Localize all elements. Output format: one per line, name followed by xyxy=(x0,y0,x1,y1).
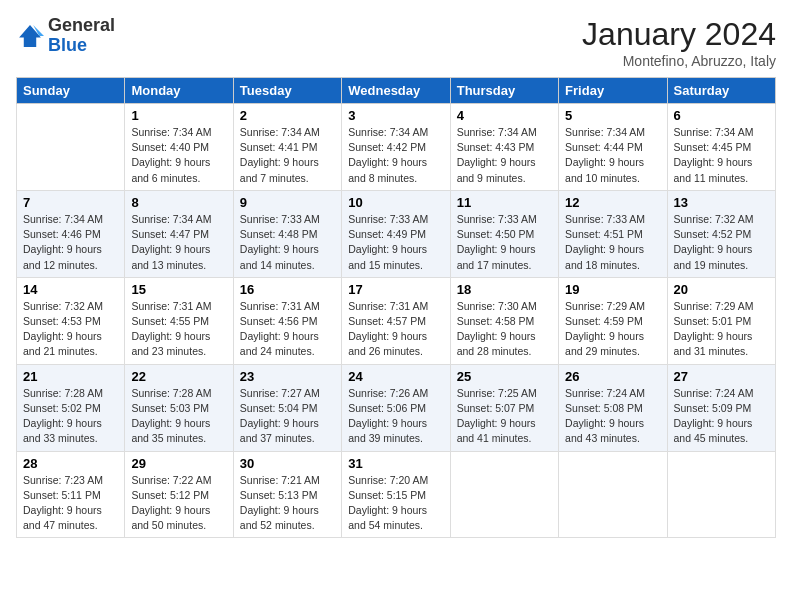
day-number: 26 xyxy=(565,369,660,384)
month-title: January 2024 xyxy=(582,16,776,53)
day-number: 23 xyxy=(240,369,335,384)
day-number: 16 xyxy=(240,282,335,297)
day-info: Sunrise: 7:34 AM Sunset: 4:46 PM Dayligh… xyxy=(23,212,118,273)
day-number: 17 xyxy=(348,282,443,297)
calendar-cell xyxy=(559,451,667,538)
calendar-cell: 3Sunrise: 7:34 AM Sunset: 4:42 PM Daylig… xyxy=(342,104,450,191)
calendar-cell: 2Sunrise: 7:34 AM Sunset: 4:41 PM Daylig… xyxy=(233,104,341,191)
day-info: Sunrise: 7:25 AM Sunset: 5:07 PM Dayligh… xyxy=(457,386,552,447)
day-info: Sunrise: 7:33 AM Sunset: 4:51 PM Dayligh… xyxy=(565,212,660,273)
calendar-cell xyxy=(17,104,125,191)
page-header: General Blue January 2024 Montefino, Abr… xyxy=(16,16,776,69)
logo: General Blue xyxy=(16,16,115,56)
header-row: SundayMondayTuesdayWednesdayThursdayFrid… xyxy=(17,78,776,104)
title-block: January 2024 Montefino, Abruzzo, Italy xyxy=(582,16,776,69)
svg-marker-0 xyxy=(19,25,41,47)
day-number: 24 xyxy=(348,369,443,384)
day-info: Sunrise: 7:34 AM Sunset: 4:42 PM Dayligh… xyxy=(348,125,443,186)
calendar-cell: 10Sunrise: 7:33 AM Sunset: 4:49 PM Dayli… xyxy=(342,190,450,277)
day-info: Sunrise: 7:30 AM Sunset: 4:58 PM Dayligh… xyxy=(457,299,552,360)
week-row-3: 14Sunrise: 7:32 AM Sunset: 4:53 PM Dayli… xyxy=(17,277,776,364)
calendar-cell: 25Sunrise: 7:25 AM Sunset: 5:07 PM Dayli… xyxy=(450,364,558,451)
day-info: Sunrise: 7:31 AM Sunset: 4:57 PM Dayligh… xyxy=(348,299,443,360)
calendar-cell: 21Sunrise: 7:28 AM Sunset: 5:02 PM Dayli… xyxy=(17,364,125,451)
week-row-2: 7Sunrise: 7:34 AM Sunset: 4:46 PM Daylig… xyxy=(17,190,776,277)
day-number: 7 xyxy=(23,195,118,210)
day-info: Sunrise: 7:33 AM Sunset: 4:48 PM Dayligh… xyxy=(240,212,335,273)
day-info: Sunrise: 7:24 AM Sunset: 5:09 PM Dayligh… xyxy=(674,386,769,447)
day-info: Sunrise: 7:34 AM Sunset: 4:45 PM Dayligh… xyxy=(674,125,769,186)
header-wednesday: Wednesday xyxy=(342,78,450,104)
week-row-1: 1Sunrise: 7:34 AM Sunset: 4:40 PM Daylig… xyxy=(17,104,776,191)
day-number: 2 xyxy=(240,108,335,123)
calendar-cell: 17Sunrise: 7:31 AM Sunset: 4:57 PM Dayli… xyxy=(342,277,450,364)
calendar-cell: 12Sunrise: 7:33 AM Sunset: 4:51 PM Dayli… xyxy=(559,190,667,277)
header-tuesday: Tuesday xyxy=(233,78,341,104)
day-info: Sunrise: 7:28 AM Sunset: 5:03 PM Dayligh… xyxy=(131,386,226,447)
day-info: Sunrise: 7:34 AM Sunset: 4:47 PM Dayligh… xyxy=(131,212,226,273)
day-number: 30 xyxy=(240,456,335,471)
calendar-cell: 22Sunrise: 7:28 AM Sunset: 5:03 PM Dayli… xyxy=(125,364,233,451)
header-thursday: Thursday xyxy=(450,78,558,104)
header-sunday: Sunday xyxy=(17,78,125,104)
day-number: 22 xyxy=(131,369,226,384)
calendar-cell: 5Sunrise: 7:34 AM Sunset: 4:44 PM Daylig… xyxy=(559,104,667,191)
calendar-cell: 31Sunrise: 7:20 AM Sunset: 5:15 PM Dayli… xyxy=(342,451,450,538)
day-info: Sunrise: 7:26 AM Sunset: 5:06 PM Dayligh… xyxy=(348,386,443,447)
day-number: 1 xyxy=(131,108,226,123)
calendar-cell: 23Sunrise: 7:27 AM Sunset: 5:04 PM Dayli… xyxy=(233,364,341,451)
day-number: 31 xyxy=(348,456,443,471)
calendar-cell: 13Sunrise: 7:32 AM Sunset: 4:52 PM Dayli… xyxy=(667,190,775,277)
week-row-4: 21Sunrise: 7:28 AM Sunset: 5:02 PM Dayli… xyxy=(17,364,776,451)
day-number: 4 xyxy=(457,108,552,123)
calendar-cell: 1Sunrise: 7:34 AM Sunset: 4:40 PM Daylig… xyxy=(125,104,233,191)
calendar-cell: 26Sunrise: 7:24 AM Sunset: 5:08 PM Dayli… xyxy=(559,364,667,451)
calendar-cell xyxy=(667,451,775,538)
week-row-5: 28Sunrise: 7:23 AM Sunset: 5:11 PM Dayli… xyxy=(17,451,776,538)
calendar-cell: 8Sunrise: 7:34 AM Sunset: 4:47 PM Daylig… xyxy=(125,190,233,277)
day-info: Sunrise: 7:28 AM Sunset: 5:02 PM Dayligh… xyxy=(23,386,118,447)
header-monday: Monday xyxy=(125,78,233,104)
day-info: Sunrise: 7:32 AM Sunset: 4:52 PM Dayligh… xyxy=(674,212,769,273)
calendar-cell: 9Sunrise: 7:33 AM Sunset: 4:48 PM Daylig… xyxy=(233,190,341,277)
day-info: Sunrise: 7:31 AM Sunset: 4:56 PM Dayligh… xyxy=(240,299,335,360)
day-info: Sunrise: 7:29 AM Sunset: 4:59 PM Dayligh… xyxy=(565,299,660,360)
calendar-cell: 18Sunrise: 7:30 AM Sunset: 4:58 PM Dayli… xyxy=(450,277,558,364)
day-number: 27 xyxy=(674,369,769,384)
day-number: 15 xyxy=(131,282,226,297)
day-number: 14 xyxy=(23,282,118,297)
calendar-cell: 14Sunrise: 7:32 AM Sunset: 4:53 PM Dayli… xyxy=(17,277,125,364)
day-info: Sunrise: 7:20 AM Sunset: 5:15 PM Dayligh… xyxy=(348,473,443,534)
day-info: Sunrise: 7:22 AM Sunset: 5:12 PM Dayligh… xyxy=(131,473,226,534)
calendar-cell: 28Sunrise: 7:23 AM Sunset: 5:11 PM Dayli… xyxy=(17,451,125,538)
day-info: Sunrise: 7:29 AM Sunset: 5:01 PM Dayligh… xyxy=(674,299,769,360)
calendar-table: SundayMondayTuesdayWednesdayThursdayFrid… xyxy=(16,77,776,538)
calendar-cell: 7Sunrise: 7:34 AM Sunset: 4:46 PM Daylig… xyxy=(17,190,125,277)
day-number: 19 xyxy=(565,282,660,297)
calendar-cell: 16Sunrise: 7:31 AM Sunset: 4:56 PM Dayli… xyxy=(233,277,341,364)
calendar-cell: 6Sunrise: 7:34 AM Sunset: 4:45 PM Daylig… xyxy=(667,104,775,191)
logo-text: General Blue xyxy=(48,16,115,56)
calendar-cell: 24Sunrise: 7:26 AM Sunset: 5:06 PM Dayli… xyxy=(342,364,450,451)
calendar-cell: 30Sunrise: 7:21 AM Sunset: 5:13 PM Dayli… xyxy=(233,451,341,538)
header-friday: Friday xyxy=(559,78,667,104)
day-info: Sunrise: 7:34 AM Sunset: 4:43 PM Dayligh… xyxy=(457,125,552,186)
header-saturday: Saturday xyxy=(667,78,775,104)
calendar-cell: 19Sunrise: 7:29 AM Sunset: 4:59 PM Dayli… xyxy=(559,277,667,364)
day-number: 28 xyxy=(23,456,118,471)
logo-icon xyxy=(16,22,44,50)
day-info: Sunrise: 7:23 AM Sunset: 5:11 PM Dayligh… xyxy=(23,473,118,534)
calendar-cell: 15Sunrise: 7:31 AM Sunset: 4:55 PM Dayli… xyxy=(125,277,233,364)
day-info: Sunrise: 7:21 AM Sunset: 5:13 PM Dayligh… xyxy=(240,473,335,534)
calendar-cell: 29Sunrise: 7:22 AM Sunset: 5:12 PM Dayli… xyxy=(125,451,233,538)
day-info: Sunrise: 7:24 AM Sunset: 5:08 PM Dayligh… xyxy=(565,386,660,447)
day-number: 9 xyxy=(240,195,335,210)
day-info: Sunrise: 7:34 AM Sunset: 4:41 PM Dayligh… xyxy=(240,125,335,186)
day-info: Sunrise: 7:32 AM Sunset: 4:53 PM Dayligh… xyxy=(23,299,118,360)
calendar-cell: 11Sunrise: 7:33 AM Sunset: 4:50 PM Dayli… xyxy=(450,190,558,277)
day-number: 12 xyxy=(565,195,660,210)
day-info: Sunrise: 7:31 AM Sunset: 4:55 PM Dayligh… xyxy=(131,299,226,360)
day-info: Sunrise: 7:34 AM Sunset: 4:44 PM Dayligh… xyxy=(565,125,660,186)
location: Montefino, Abruzzo, Italy xyxy=(582,53,776,69)
day-number: 13 xyxy=(674,195,769,210)
